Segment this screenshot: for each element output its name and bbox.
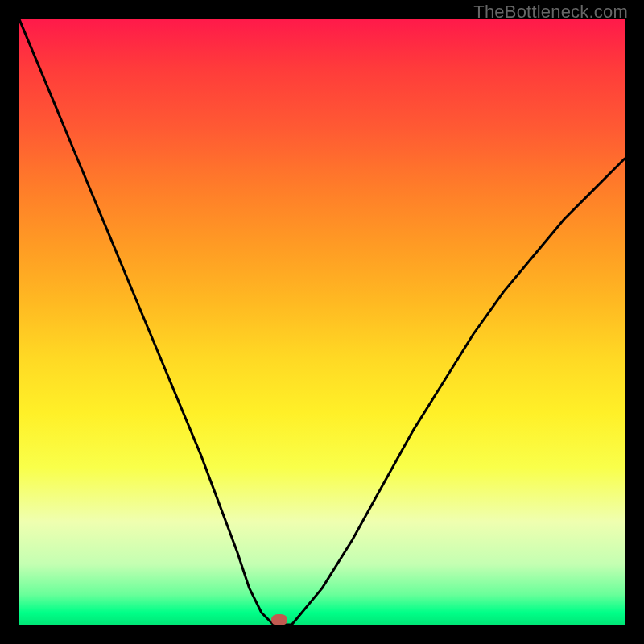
chart-container: TheBottleneck.com	[0, 0, 644, 644]
plot-area	[19, 19, 625, 625]
bottleneck-curve-line	[19, 19, 625, 625]
watermark-text: TheBottleneck.com	[473, 2, 628, 23]
optimal-point-marker	[271, 614, 287, 625]
